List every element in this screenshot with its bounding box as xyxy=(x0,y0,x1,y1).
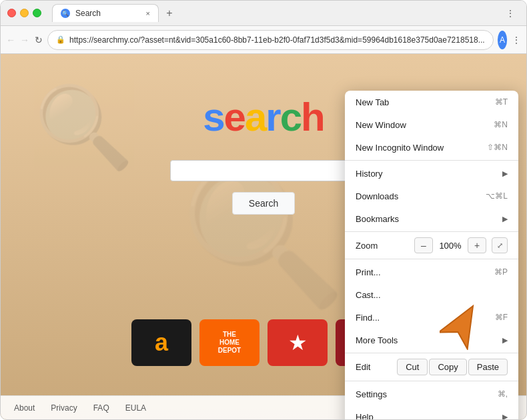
zoom-plus-button[interactable]: + xyxy=(468,237,486,253)
paste-button[interactable]: Paste xyxy=(468,359,508,375)
minimize-button[interactable] xyxy=(20,9,29,17)
footer-about[interactable]: About xyxy=(14,403,35,413)
logo-s: s xyxy=(203,95,223,139)
active-tab[interactable]: 🔍 Search × xyxy=(52,4,159,22)
new-tab-button[interactable]: + xyxy=(161,5,177,21)
homedepot-logo: THEHOMEDEPOT xyxy=(218,331,241,355)
search-input[interactable] xyxy=(170,160,357,181)
search-logo: search xyxy=(203,94,324,140)
logo-c: c xyxy=(280,95,301,139)
footer-privacy[interactable]: Privacy xyxy=(51,403,77,413)
tab-title: Search xyxy=(75,9,101,18)
address-bar: ← → ↻ 🔒 https://searchmy.co/?asset=nt&vi… xyxy=(1,26,526,54)
logo-a: a xyxy=(245,95,266,139)
menu-bookmarks[interactable]: Bookmarks ▶ xyxy=(345,207,518,230)
url-text: https://searchmy.co/?asset=nt&vid=305a1c… xyxy=(69,35,485,45)
context-menu: New Tab ⌘T New Window ⌘N New Incognito W… xyxy=(345,91,518,419)
menu-new-incognito[interactable]: New Incognito Window ⇧⌘N xyxy=(345,136,518,159)
menu-downloads[interactable]: Downloads ⌥⌘L xyxy=(345,185,518,207)
menu-new-tab[interactable]: New Tab ⌘T xyxy=(345,91,518,113)
separator-4 xyxy=(345,353,518,353)
search-box-container: Search xyxy=(170,160,357,215)
browser-menu-button[interactable]: ⋮ xyxy=(511,31,521,49)
reload-button[interactable]: ↻ xyxy=(33,31,43,49)
macys-star: ★ xyxy=(288,330,308,355)
logo-h: h xyxy=(301,95,324,139)
page-content: 🔍 🔍 search Search a THEHOMEDEPOT xyxy=(1,54,526,419)
arrow-svg xyxy=(440,297,486,350)
back-button[interactable]: ← xyxy=(6,31,16,49)
url-bar[interactable]: 🔒 https://searchmy.co/?asset=nt&vid=305a… xyxy=(47,30,494,50)
separator-5 xyxy=(345,381,518,381)
homedepot-text: THEHOMEDEPOT xyxy=(218,331,241,355)
close-button[interactable] xyxy=(7,9,16,17)
browser-frame: 🔍 Search × + ⋮ ← → ↻ 🔒 https://searchmy.… xyxy=(0,0,527,420)
zoom-value: 100% xyxy=(438,241,462,251)
maximize-button[interactable] xyxy=(33,9,41,17)
tab-favicon: 🔍 xyxy=(61,9,70,18)
menu-history[interactable]: History ▶ xyxy=(345,162,518,185)
menu-edit-row: Edit Cut Copy Paste xyxy=(345,355,518,379)
svg-marker-0 xyxy=(440,298,486,349)
title-bar: 🔍 Search × + ⋮ xyxy=(1,1,526,26)
separator-2 xyxy=(345,231,518,232)
amazon-logo-text: a xyxy=(155,329,168,357)
bookmark-homedepot[interactable]: THEHOMEDEPOT xyxy=(199,319,259,366)
traffic-lights xyxy=(7,9,41,17)
forward-button[interactable]: → xyxy=(20,31,30,49)
menu-settings[interactable]: Settings ⌘, xyxy=(345,383,518,405)
menu-cast[interactable]: Cast... xyxy=(345,283,518,306)
footer-faq[interactable]: FAQ xyxy=(93,403,109,413)
menu-zoom-row: Zoom – 100% + ⤢ xyxy=(345,233,518,257)
menu-new-window[interactable]: New Window ⌘N xyxy=(345,113,518,136)
edit-buttons: Cut Copy Paste xyxy=(397,359,508,375)
footer-eula[interactable]: EULA xyxy=(125,403,146,413)
separator-3 xyxy=(345,259,518,259)
menu-more-tools[interactable]: More Tools ▶ xyxy=(345,329,518,351)
separator-1 xyxy=(345,160,518,161)
arrow-pointer xyxy=(440,297,486,353)
profile-button[interactable]: A xyxy=(498,31,508,49)
bookmark-macys[interactable]: ★ xyxy=(268,319,328,366)
menu-help[interactable]: Help ▶ xyxy=(345,405,518,419)
tab-close-button[interactable]: × xyxy=(146,9,150,17)
browser-settings-icon[interactable]: ⋮ xyxy=(501,4,520,23)
zoom-minus-button[interactable]: – xyxy=(414,237,433,253)
logo-r: r xyxy=(266,95,280,139)
zoom-controls: – 100% + ⤢ xyxy=(414,237,508,253)
tab-bar: 🔍 Search × + xyxy=(52,4,496,22)
menu-find[interactable]: Find... ⌘F xyxy=(345,306,518,329)
bookmark-amazon[interactable]: a xyxy=(131,319,191,366)
lock-icon: 🔒 xyxy=(56,35,65,44)
cut-button[interactable]: Cut xyxy=(397,359,428,375)
zoom-expand-button[interactable]: ⤢ xyxy=(492,237,508,253)
menu-print[interactable]: Print... ⌘P xyxy=(345,261,518,283)
logo-e: e xyxy=(224,95,245,139)
search-button[interactable]: Search xyxy=(232,192,295,215)
copy-button[interactable]: Copy xyxy=(429,359,466,375)
